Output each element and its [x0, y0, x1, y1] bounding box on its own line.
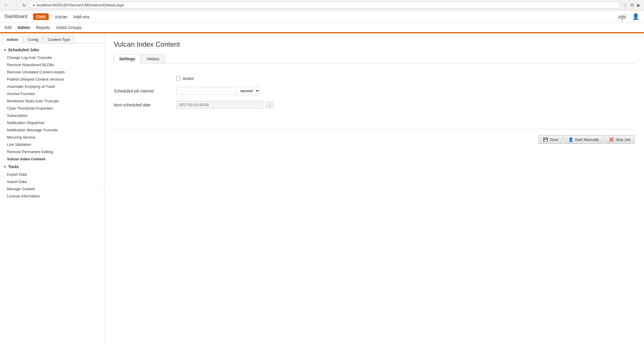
date-input[interactable]	[176, 101, 263, 109]
sidebar-item-monitored-tasks[interactable]: Monitored Tasks Auto Truncate	[0, 97, 104, 105]
sidebar-item-subscription[interactable]: Subscription	[0, 112, 104, 119]
sidebar-tab-content-type[interactable]: Content Type	[43, 36, 75, 43]
sidebar-resize-handle[interactable]: ⋮	[103, 33, 104, 343]
address-bar: ●	[30, 2, 620, 8]
nav-vulcan[interactable]: Vulcan	[55, 14, 68, 19]
user-icon[interactable]: 👤	[632, 13, 639, 20]
date-control: ...	[176, 101, 274, 109]
active-checkbox-label[interactable]: Active	[176, 76, 194, 81]
subnav-visitor-groups[interactable]: Visitor Groups	[56, 24, 81, 31]
bookmark-icon[interactable]: ☆	[623, 2, 628, 8]
sidebar-item-link-validation[interactable]: Link Validation	[0, 141, 104, 148]
interval-label: Scheduled job interval	[114, 89, 172, 93]
lock-icon: ●	[33, 3, 35, 7]
save-button[interactable]: 💾 Save	[539, 135, 563, 144]
sidebar-item-empty-trash[interactable]: Automatic Emptying of Trash	[0, 83, 104, 90]
nav-addons[interactable]: Add-ons	[73, 14, 90, 19]
sidebar-item-manage-content[interactable]: Manage Content	[0, 185, 104, 192]
interval-unit-select[interactable]: second minute hour day week month	[237, 87, 260, 95]
stop-job-label: Stop Job	[616, 137, 630, 142]
sidebar-content: ▼ Scheduled Jobs Change Log Auto Truncat…	[0, 43, 104, 202]
sidebar-tab-config[interactable]: Config	[23, 36, 43, 43]
stop-job-button[interactable]: ❌ Stop Job	[605, 135, 635, 144]
sidebar-item-archive[interactable]: Archive Function	[0, 90, 104, 97]
sidebar-tab-admin[interactable]: Admin	[2, 36, 23, 43]
sidebar-item-remove-content-assets[interactable]: Remove Unrelated Content Assets	[0, 68, 104, 76]
forward-button[interactable]: →	[12, 2, 19, 8]
sidebar-item-import-data[interactable]: Import Data	[0, 178, 104, 185]
nav-cms[interactable]: CMS	[33, 13, 48, 20]
menu-icon[interactable]: ▶	[636, 2, 641, 8]
stop-icon: ❌	[609, 137, 614, 142]
sidebar: Admin Config Content Type ▼ Scheduled Jo…	[0, 33, 104, 343]
save-icon: 💾	[543, 137, 548, 142]
active-label: Active	[183, 76, 194, 81]
settings-form: Active Scheduled job interval second min…	[114, 70, 635, 120]
sidebar-item-remove-blobs[interactable]: Remove Abandoned BLOBs	[0, 61, 104, 68]
chevron-down-icon-tools: ▼	[3, 165, 6, 168]
epi-logo: epi	[618, 13, 626, 20]
sidebar-item-vulcan-index[interactable]: Vulcan Index Content	[0, 155, 104, 163]
main-layout: Admin Config Content Type ▼ Scheduled Jo…	[0, 33, 644, 343]
sidebar-item-publish-delayed[interactable]: Publish Delayed Content Versions	[0, 76, 104, 83]
start-icon: 👤	[568, 137, 573, 142]
sidebar-item-remove-permanent[interactable]: Remove Permanent Editing	[0, 148, 104, 155]
start-manually-button[interactable]: 👤 Start Manually	[564, 135, 603, 144]
app-header: Dashboard CMS Vulcan Add-ons epi 👤	[0, 10, 644, 23]
sidebar-item-clear-thumbnail[interactable]: Clear Thumbnail Properties	[0, 105, 104, 112]
tab-settings[interactable]: Settings	[114, 54, 141, 63]
sidebar-item-change-log[interactable]: Change Log Auto Truncate	[0, 54, 104, 61]
active-row: Active	[114, 76, 635, 81]
page-title: Vulcan Index Content	[114, 40, 635, 48]
nav-dashboard[interactable]: Dashboard	[5, 14, 27, 19]
sidebar-tabs: Admin Config Content Type	[0, 33, 104, 43]
sidebar-item-license-info[interactable]: License Information	[0, 192, 104, 200]
browser-actions: ☆ ⚙ ▶	[623, 2, 641, 8]
chevron-down-icon: ▼	[3, 48, 6, 52]
sidebar-section-scheduled-jobs[interactable]: ▼ Scheduled Jobs	[0, 46, 104, 54]
refresh-button[interactable]: ↻	[21, 2, 27, 8]
sidebar-item-export-data[interactable]: Export Data	[0, 171, 104, 178]
sidebar-section-tools-label: Tools	[8, 164, 19, 169]
sidebar-section-label: Scheduled Jobs	[8, 48, 39, 52]
subnav-reports[interactable]: Reports	[36, 24, 50, 31]
sidebar-item-mirroring[interactable]: Mirroring Service	[0, 134, 104, 141]
active-control: Active	[176, 76, 194, 81]
interval-row: Scheduled job interval second minute hou…	[114, 87, 635, 95]
content-tabs: Settings History	[114, 54, 635, 63]
date-picker-button[interactable]: ...	[266, 101, 274, 108]
sub-nav: Edit Admin Reports Visitor Groups	[0, 23, 644, 33]
resize-dots-icon: ⋮	[102, 186, 105, 190]
subnav-edit[interactable]: Edit	[5, 24, 12, 31]
date-label: Next scheduled date	[114, 103, 172, 107]
interval-control: second minute hour day week month	[176, 87, 260, 95]
tab-history[interactable]: History	[141, 54, 165, 63]
active-checkbox[interactable]	[176, 77, 180, 81]
back-button[interactable]: ←	[3, 2, 10, 8]
url-input[interactable]	[37, 3, 617, 7]
save-label: Save	[550, 137, 558, 142]
settings-icon[interactable]: ⚙	[630, 2, 635, 8]
action-bar: 💾 Save 👤 Start Manually ❌ Stop Job	[114, 129, 635, 144]
subnav-admin[interactable]: Admin	[17, 24, 30, 31]
interval-input[interactable]	[176, 87, 234, 95]
sidebar-section-tools[interactable]: ▼ Tools	[0, 163, 104, 171]
start-manually-label: Start Manually	[575, 137, 599, 142]
browser-chrome: ← → ↻ ● ☆ ⚙ ▶	[0, 0, 644, 10]
sidebar-item-notification-truncate[interactable]: Notification Message Truncate	[0, 126, 104, 134]
date-row: Next scheduled date ...	[114, 101, 635, 109]
content-area: Vulcan Index Content Settings History Ac…	[104, 33, 644, 343]
sidebar-item-notification-dispatcher[interactable]: Notification Dispatcher	[0, 119, 104, 126]
